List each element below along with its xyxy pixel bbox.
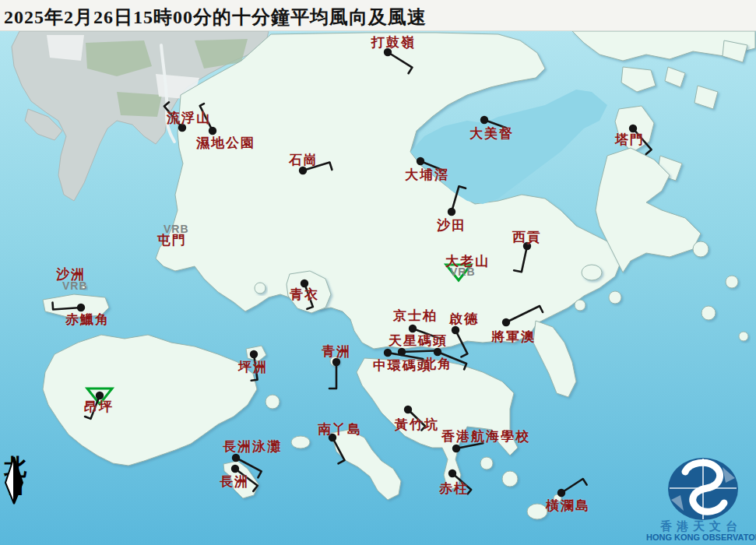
ma-wan-island xyxy=(255,283,265,294)
vrb-label: VRB xyxy=(450,266,476,277)
station-label: 青衣 xyxy=(290,288,319,301)
station-dot xyxy=(384,349,392,357)
station-label: 啟德 xyxy=(449,312,479,325)
map-title: 2025年2月26日15時00分的十分鐘平均風向及風速 xyxy=(4,5,427,30)
station-label: 屯門 xyxy=(157,234,187,247)
station-label: 香港航海學校 xyxy=(441,430,530,443)
hko-name-english: HONG KONG OBSERVATORY xyxy=(646,533,756,542)
station-label: 京士柏 xyxy=(393,309,438,322)
station-label: 黃竹坑 xyxy=(395,418,439,431)
station-dot xyxy=(301,280,308,287)
station-label: 大埔滘 xyxy=(405,168,449,181)
station-dot xyxy=(452,326,459,334)
station-dot xyxy=(417,157,424,165)
station-label: 塔門 xyxy=(615,133,645,146)
station-label: 赤鱲角 xyxy=(65,313,110,326)
vrb-label: VRB xyxy=(164,223,189,234)
station-dot xyxy=(557,489,565,497)
station-label: 中環碼頭 xyxy=(373,359,432,372)
station-dot xyxy=(629,125,637,132)
station-dot xyxy=(232,454,240,462)
station-dot xyxy=(209,127,216,135)
station-label: 赤柱 xyxy=(439,482,469,495)
compass-needle-icon xyxy=(2,456,29,505)
shek-kwu-chau xyxy=(291,436,310,448)
station-dot xyxy=(480,116,488,124)
station-dot xyxy=(96,392,104,399)
station-label: 南丫島 xyxy=(318,423,362,436)
station-dot xyxy=(502,318,510,326)
station-label: 石崗 xyxy=(289,153,318,167)
station-label: 將軍澳 xyxy=(491,330,536,343)
station-dot xyxy=(299,167,307,174)
wind-map-page: 流浮山濕地公園石崗打鼓嶺大美督大埔滘沙田塔門西貢大老山VRB屯門VRB沙洲VRB… xyxy=(0,0,756,545)
station-label: 西貢 xyxy=(512,230,542,244)
station-dot xyxy=(448,208,455,216)
station-dot xyxy=(250,350,258,358)
station-label: 長洲 xyxy=(220,475,249,488)
station-dot xyxy=(77,304,85,311)
station-dot xyxy=(332,358,340,366)
hko-logo: 香港天文台 HONG KONG OBSERVATORY xyxy=(646,454,756,545)
station-dot xyxy=(404,406,412,413)
station-label: 打鼓嶺 xyxy=(371,36,416,49)
hei-ling-chau xyxy=(265,395,280,409)
vrb-label: VRB xyxy=(62,280,88,291)
station-dot xyxy=(452,445,460,452)
station-label: 青洲 xyxy=(322,345,351,358)
wind-barb xyxy=(402,351,434,353)
station-label: 濕地公園 xyxy=(196,136,255,149)
station-label: 大美督 xyxy=(469,127,514,140)
station-label: 昂坪 xyxy=(84,400,114,413)
station-label: 沙田 xyxy=(437,219,466,232)
station-dot xyxy=(434,348,441,356)
station-label: 坪洲 xyxy=(238,360,268,374)
station-label: 天星碼頭 xyxy=(389,334,448,347)
station-dot xyxy=(409,325,417,332)
hong-kong-map xyxy=(0,0,756,545)
station-label: 長洲泳灘 xyxy=(223,440,282,453)
station-label: 橫瀾島 xyxy=(546,499,590,512)
north-compass: 北 N xyxy=(2,456,29,498)
station-dot xyxy=(231,465,239,473)
station-label: 流浮山 xyxy=(167,111,211,125)
station-dot xyxy=(448,469,456,477)
